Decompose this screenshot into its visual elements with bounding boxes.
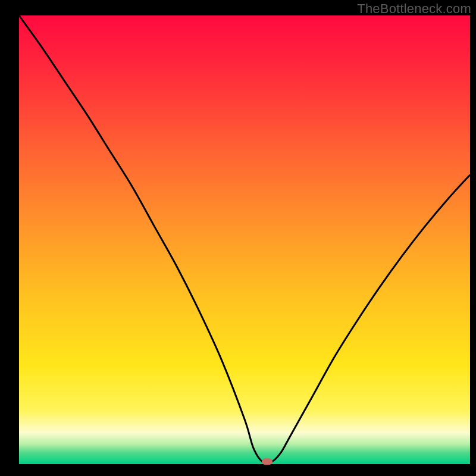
bottleneck-chart [0,0,476,476]
watermark-text: TheBottleneck.com [357,1,471,17]
chart-frame: TheBottleneck.com [0,0,476,476]
plot-background [19,15,470,464]
optimal-marker [262,458,273,465]
